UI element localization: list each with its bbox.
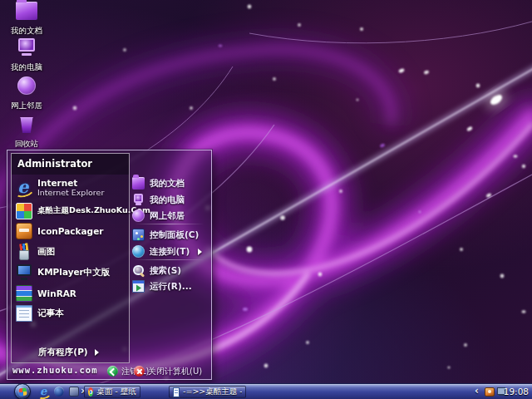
my-documents-icon bbox=[132, 177, 145, 190]
menu-item-label: Internet bbox=[37, 178, 104, 188]
desktop-icon-label: 回收站 bbox=[5, 139, 48, 148]
zhuoku-website-link[interactable]: www.zhuoku.com bbox=[12, 365, 98, 375]
menu-item-control-panel[interactable]: 控制面板(C) bbox=[132, 227, 207, 243]
menu-item-internet[interactable]: Internet Internet Explorer bbox=[16, 176, 126, 200]
my-computer-icon bbox=[16, 38, 37, 57]
menu-item-label: 我的文档 bbox=[150, 178, 185, 190]
user-name: Administrator bbox=[12, 154, 129, 175]
desktop-icon-my-computer[interactable]: 我的电脑 bbox=[5, 38, 48, 71]
menu-item-connect-to[interactable]: 连接到(T) bbox=[132, 244, 207, 259]
logoff-icon bbox=[107, 366, 118, 377]
tray-collapse-chevron-icon[interactable]: ‹ bbox=[475, 385, 479, 397]
menu-item-label: 搜索(S) bbox=[150, 265, 181, 277]
shutdown-button[interactable]: 关闭计算机(U) bbox=[134, 364, 202, 378]
document-task-icon bbox=[173, 387, 180, 397]
quick-launch-show-desktop-icon[interactable] bbox=[69, 387, 79, 397]
shutdown-label: 关闭计算机(U) bbox=[148, 366, 202, 377]
control-panel-icon bbox=[132, 229, 145, 241]
desktop-icon-label: 我的电脑 bbox=[5, 62, 48, 71]
menu-item-label: KMPlayer中文版 bbox=[37, 267, 110, 278]
submenu-arrow-icon bbox=[198, 249, 205, 255]
menu-item-label: 连接到(T) bbox=[150, 246, 190, 258]
task-button-label: -=>>桌酷主题 - Mi... bbox=[183, 387, 242, 397]
desktop-icon-recycle-bin[interactable]: 回收站 bbox=[5, 115, 48, 148]
submenu-arrow-icon bbox=[95, 349, 102, 356]
menu-divider bbox=[134, 259, 204, 260]
taskbar: › 桌面 - 壁纸 - 桌酷... -=>>桌酷主题 - Mi... ‹ 19:… bbox=[0, 383, 532, 399]
menu-item-label: 运行(R)... bbox=[150, 281, 192, 293]
network-places-icon bbox=[17, 76, 36, 95]
quick-launch-internet-explorer-icon[interactable] bbox=[39, 387, 49, 397]
all-programs-button[interactable]: 所有程序(P) bbox=[12, 344, 129, 360]
menu-item-my-computer[interactable]: 我的电脑 bbox=[132, 192, 207, 208]
menu-item-zhuoku-theme[interactable]: 桌酷主题Desk.ZhuoKu.Com bbox=[16, 201, 126, 220]
menu-item-label: 网上邻居 bbox=[150, 210, 185, 222]
start-menu-footer: www.zhuoku.com 注销(L) 关闭计算机(U) bbox=[7, 363, 211, 379]
my-computer-icon bbox=[132, 194, 145, 206]
zhuoku-theme-icon bbox=[16, 203, 32, 219]
paint-icon bbox=[16, 244, 32, 260]
taskbar-clock[interactable]: 19:08 bbox=[504, 387, 529, 397]
task-button-zhuoku-theme[interactable]: -=>>桌酷主题 - Mi... bbox=[169, 386, 246, 398]
connect-to-icon bbox=[132, 245, 145, 258]
menu-item-label: 画图 bbox=[37, 246, 55, 258]
desktop: 我的文档 我的电脑 网上邻居 回收站 Administrator Interne… bbox=[0, 0, 532, 399]
run-icon bbox=[132, 280, 145, 293]
menu-item-iconpackager[interactable]: IconPackager bbox=[16, 221, 126, 240]
shutdown-icon bbox=[134, 366, 145, 377]
menu-item-label: 我的电脑 bbox=[150, 195, 185, 206]
winrar-icon bbox=[16, 285, 32, 302]
start-button[interactable] bbox=[14, 383, 31, 399]
menu-item-winrar[interactable]: WinRAR bbox=[16, 283, 126, 303]
quick-launch-msn-globe-icon[interactable] bbox=[54, 387, 64, 397]
kmplayer-icon bbox=[16, 264, 32, 281]
menu-item-run[interactable]: 运行(R)... bbox=[132, 278, 207, 294]
network-places-icon bbox=[132, 209, 145, 222]
notepad-icon bbox=[16, 305, 32, 322]
menu-item-network-places[interactable]: 网上邻居 bbox=[132, 208, 207, 224]
desktop-icon-label: 我的文档 bbox=[5, 26, 48, 35]
desktop-icon-label: 网上邻居 bbox=[5, 101, 48, 110]
all-programs-label: 所有程序(P) bbox=[38, 347, 87, 358]
menu-item-notepad[interactable]: 记事本 bbox=[16, 303, 126, 323]
recycle-bin-icon bbox=[17, 115, 36, 133]
internet-explorer-icon bbox=[16, 180, 32, 196]
menu-item-label: 记事本 bbox=[37, 308, 64, 319]
menu-item-sublabel: Internet Explorer bbox=[37, 188, 104, 198]
browser-task-icon bbox=[88, 387, 93, 397]
menu-item-label: 控制面板(C) bbox=[150, 229, 199, 241]
my-documents-icon bbox=[16, 2, 37, 20]
start-menu-pinned-panel: Administrator Internet Internet Explorer… bbox=[11, 153, 130, 363]
start-menu: Administrator Internet Internet Explorer… bbox=[7, 150, 212, 380]
menu-item-label: IconPackager bbox=[37, 226, 103, 236]
menu-item-search[interactable]: 搜索(S) bbox=[132, 263, 207, 278]
task-button-label: 桌面 - 壁纸 - 桌酷... bbox=[96, 387, 136, 397]
task-button-wallpaper-page[interactable]: 桌面 - 壁纸 - 桌酷... bbox=[84, 386, 140, 398]
menu-divider bbox=[134, 224, 204, 224]
menu-item-my-documents[interactable]: 我的文档 bbox=[132, 175, 207, 191]
search-icon bbox=[132, 264, 145, 277]
desktop-icon-network-places[interactable]: 网上邻居 bbox=[5, 76, 48, 110]
menu-item-kmplayer[interactable]: KMPlayer中文版 bbox=[16, 263, 126, 282]
desktop-icon-my-documents[interactable]: 我的文档 bbox=[5, 2, 48, 35]
menu-item-label: WinRAR bbox=[37, 288, 76, 298]
security-agent-icon[interactable] bbox=[485, 387, 495, 397]
iconpackager-icon bbox=[16, 223, 32, 239]
menu-item-paint[interactable]: 画图 bbox=[16, 242, 126, 261]
